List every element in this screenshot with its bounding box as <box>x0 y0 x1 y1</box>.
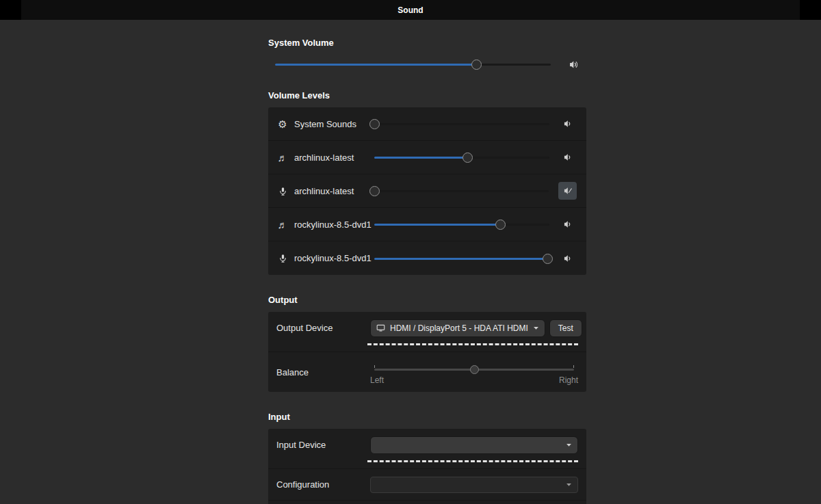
output-device-row: Output Device HDMI / DisplayPort 5 - HDA… <box>268 312 586 352</box>
balance-label: Balance <box>276 367 370 377</box>
volume-row-system-sounds: ⚙ System Sounds <box>268 107 586 141</box>
slider-handle[interactable] <box>369 119 380 129</box>
volume-slider[interactable] <box>374 219 549 230</box>
volume-slider[interactable] <box>374 253 549 264</box>
configuration-dropdown[interactable] <box>370 477 578 493</box>
slider-handle[interactable] <box>543 254 553 264</box>
slider-track[interactable] <box>275 64 551 66</box>
test-button[interactable]: Test <box>549 319 582 337</box>
slider-handle[interactable] <box>369 186 380 196</box>
window-title: Sound <box>398 5 423 15</box>
system-volume-label: System Volume <box>268 38 586 48</box>
media-icon: ♬ <box>276 152 289 163</box>
slider-handle[interactable] <box>470 365 479 374</box>
input-card: Input Device Configuration <box>268 429 586 504</box>
sound-settings-panel: System Volume Volume Levels ⚙ System Sou… <box>268 20 586 504</box>
stream-label: archlinux-latest <box>294 186 374 196</box>
output-device-label: Output Device <box>276 323 370 333</box>
stream-label: archlinux-latest <box>294 152 374 163</box>
volume-row-rockylinux-playback: ♬ rockylinux-8.5-dvd1 <box>268 208 586 241</box>
headerbar: Sound <box>0 0 821 20</box>
speaker-icon <box>559 220 577 229</box>
speaker-muted-icon <box>563 186 573 196</box>
volume-slider[interactable] <box>374 118 549 129</box>
slider-handle[interactable] <box>462 152 473 163</box>
display-icon <box>376 323 385 332</box>
media-icon: ♬ <box>276 220 289 230</box>
configuration-label: Configuration <box>276 479 370 490</box>
chevron-down-icon <box>533 325 539 331</box>
speaker-icon <box>559 119 577 129</box>
output-card: Output Device HDMI / DisplayPort 5 - HDA… <box>268 312 586 392</box>
configuration-row: Configuration <box>268 468 586 500</box>
stream-label: System Sounds <box>294 119 374 129</box>
balance-slider[interactable] <box>374 364 574 375</box>
volume-levels-label: Volume Levels <box>268 90 586 101</box>
balance-row: Balance Left Right <box>268 352 586 392</box>
output-device-value: HDMI / DisplayPort 5 - HDA ATI HDMI <box>390 323 528 333</box>
volume-row-archlinux-mic: archlinux-latest <box>268 174 586 208</box>
volume-levels-card: ⚙ System Sounds ♬ archlinux-latest arch <box>268 107 586 275</box>
stream-label: rockylinux-8.5-dvd1 <box>294 220 374 230</box>
headerbar-right-corner <box>800 0 821 20</box>
volume-row-archlinux-playback: ♬ archlinux-latest <box>268 141 586 174</box>
volume-slider[interactable] <box>374 152 549 163</box>
volume-slider[interactable] <box>374 185 549 196</box>
microphone-icon <box>276 253 289 263</box>
dashed-separator <box>367 460 578 462</box>
volume-row-rockylinux-mic: rockylinux-8.5-dvd1 <box>268 241 586 275</box>
input-device-dropdown[interactable] <box>370 436 578 454</box>
speaker-high-icon <box>564 59 582 70</box>
system-volume-section: System Volume <box>268 38 586 70</box>
system-volume-slider[interactable] <box>275 59 551 70</box>
input-device-row: Input Device <box>268 429 586 468</box>
stream-label: rockylinux-8.5-dvd1 <box>294 253 374 263</box>
output-section-label: Output <box>268 295 586 305</box>
speaker-icon <box>559 254 577 263</box>
input-section-label: Input <box>268 412 586 422</box>
balance-right-label: Right <box>559 375 578 385</box>
mute-toggle-button[interactable] <box>558 182 577 200</box>
output-device-dropdown[interactable]: HDMI / DisplayPort 5 - HDA ATI HDMI <box>370 319 545 337</box>
input-device-label: Input Device <box>276 440 370 450</box>
dashed-separator <box>367 343 578 345</box>
headerbar-left-corner <box>0 0 21 20</box>
speaker-icon <box>559 152 577 162</box>
input-volume-row: Volume <box>268 500 586 504</box>
gear-icon: ⚙ <box>276 119 289 129</box>
slider-handle[interactable] <box>495 220 506 230</box>
chevron-down-icon <box>566 442 572 448</box>
balance-left-label: Left <box>370 375 384 385</box>
slider-handle[interactable] <box>471 59 482 70</box>
chevron-down-icon <box>566 481 572 488</box>
microphone-icon <box>276 186 289 196</box>
